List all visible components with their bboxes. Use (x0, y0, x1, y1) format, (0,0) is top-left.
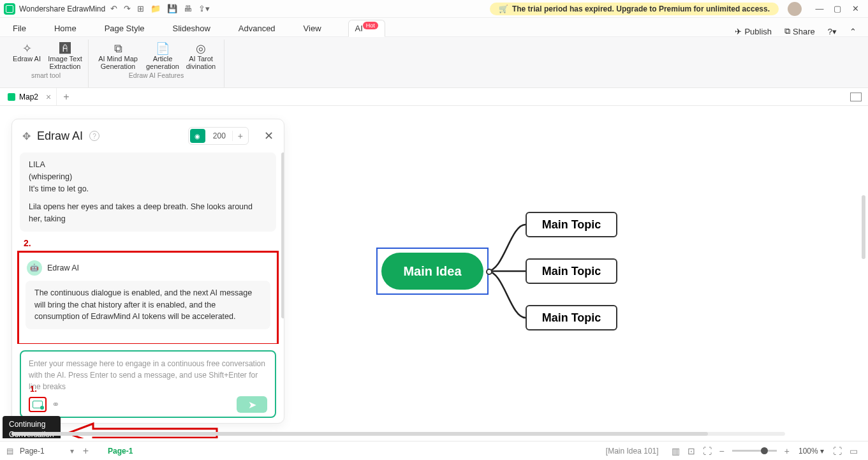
canvas-horizontal-scrollbar[interactable] (11, 432, 785, 436)
topic-node-1[interactable]: Main Topic (526, 212, 617, 237)
add-page-button[interactable]: + (83, 445, 89, 457)
ai-tarot-button[interactable]: ◎ AI Tarotdivination (182, 40, 220, 70)
canvas[interactable]: ✥ Edraw AI ? ◉ 200 + ✕ LILA (whispering)… (0, 106, 868, 438)
trial-text: The trial period has expired. Upgrade to… (512, 4, 770, 13)
zoom-value[interactable]: 100% ▾ (798, 447, 824, 456)
topic-node-2[interactable]: Main Topic (526, 258, 617, 284)
print-icon[interactable]: 🖶 (184, 4, 192, 13)
token-icon: ◉ (190, 129, 205, 143)
edraw-ai-button[interactable]: ✧ Edraw AI (8, 40, 46, 70)
token-value: 200 (207, 131, 232, 140)
mindmap-icon: ⧉ (114, 42, 122, 55)
close-button[interactable]: ✕ (846, 4, 864, 13)
menu-page-style[interactable]: Page Style (103, 20, 146, 36)
help-button[interactable]: ?▾ (828, 27, 837, 36)
ai-input-placeholder: Enter your message here to engage in a c… (29, 358, 267, 392)
token-counter: ◉ 200 + (188, 127, 249, 145)
tarot-icon: ◎ (196, 42, 206, 55)
page-selector[interactable]: Page-1 (20, 447, 45, 456)
user-avatar[interactable] (788, 2, 802, 16)
menu-slideshow[interactable]: Slideshow (172, 20, 212, 36)
node-link-icon[interactable]: ⚭ (52, 399, 60, 410)
close-tab-icon[interactable]: × (46, 92, 51, 102)
hot-badge: Hot (363, 22, 378, 29)
menu-ai[interactable]: AIHot (348, 20, 385, 37)
menu-view[interactable]: View (302, 20, 323, 36)
zoom-out-icon[interactable]: − (719, 446, 725, 456)
dock-icon[interactable]: ▭ (850, 446, 858, 456)
doc-icon (8, 93, 15, 101)
annotation-step-2: 2. (24, 238, 276, 248)
help-icon[interactable]: ? (89, 131, 99, 141)
publish-button[interactable]: ✈ Publish (735, 27, 772, 36)
continuing-conversation-button[interactable] (29, 397, 47, 412)
redo-icon[interactable]: ↷ (124, 4, 131, 13)
svg-marker-0 (68, 424, 217, 438)
trial-banner[interactable]: 🛒 The trial period has expired. Upgrade … (490, 3, 779, 15)
cart-icon: 🛒 (499, 4, 508, 13)
close-panel-icon[interactable]: ✕ (264, 129, 274, 143)
canvas-vertical-scrollbar[interactable] (862, 195, 865, 259)
group-label-ai-features: Edraw AI Features (129, 71, 184, 79)
maximize-button[interactable]: ▢ (828, 4, 846, 13)
ai-input-area[interactable]: Enter your message here to engage in a c… (20, 350, 276, 418)
annotation-step-1: 1. (30, 384, 37, 394)
ai-panel: ✥ Edraw AI ? ◉ 200 + ✕ LILA (whispering)… (11, 119, 284, 424)
collapse-ribbon-icon[interactable]: ⌃ (850, 27, 857, 36)
panel-toggle-button[interactable] (850, 93, 862, 101)
connection-handle[interactable] (486, 269, 492, 275)
ai-message-2: The continuous dialogue is enabled, and … (26, 281, 270, 329)
fit-page-icon[interactable]: ⊡ (688, 446, 695, 456)
panel-scrollbar[interactable] (281, 152, 284, 318)
ai-message-1: LILA (whispering) It's time to let go. L… (20, 152, 276, 232)
document-tab[interactable]: Map2 × (3, 88, 57, 105)
save-icon[interactable]: 💾 (167, 4, 177, 13)
selection-info: [Main Idea 101] (606, 447, 659, 456)
open-icon[interactable]: 📁 (151, 4, 161, 13)
menu-home[interactable]: Home (53, 20, 78, 36)
menu-advanced[interactable]: Advanced (237, 20, 277, 36)
move-icon[interactable]: ✥ (22, 130, 31, 142)
add-tokens-button[interactable]: + (232, 131, 248, 141)
send-button[interactable]: ➤ (237, 396, 267, 413)
page-dropdown-icon[interactable]: ▾ (70, 447, 74, 456)
zoom-slider[interactable] (732, 450, 777, 452)
annotation-highlight-box: 🤖 Edraw AI The continuous dialogue is en… (17, 251, 279, 344)
undo-icon[interactable]: ↶ (110, 4, 117, 13)
active-page-label[interactable]: Page-1 (108, 447, 133, 456)
article-generation-button[interactable]: 📄 Articlegeneration (143, 40, 182, 70)
image-text-icon: 🅰 (59, 42, 71, 55)
ai-panel-title: Edraw AI (37, 130, 83, 143)
app-name: Wondershare EdrawMind (19, 4, 105, 13)
layout-view-icon[interactable]: ▥ (672, 446, 680, 456)
share-button[interactable]: ⧉ Share (784, 26, 815, 36)
outline-view-icon[interactable]: ▤ (6, 447, 13, 456)
fullscreen-icon[interactable]: ⛶ (833, 446, 842, 456)
fit-width-icon[interactable]: ⛶ (703, 446, 712, 456)
ai-sender-name: Edraw AI (47, 263, 79, 272)
image-text-extraction-button[interactable]: 🅰 Image TextExtraction (46, 40, 84, 70)
group-label-smart-tool: smart tool (31, 71, 61, 79)
main-idea-node[interactable]: Main Idea (381, 253, 483, 290)
export-icon[interactable]: ⇪▾ (198, 4, 210, 13)
article-icon: 📄 (156, 42, 170, 55)
status-bar: ▤ Page-1 ▾ + Page-1 [Main Idea 101] ▥ ⊡ … (0, 441, 868, 460)
zoom-in-icon[interactable]: + (784, 446, 790, 456)
topic-node-3[interactable]: Main Topic (526, 305, 617, 330)
ai-avatar-icon: 🤖 (27, 260, 42, 276)
minimize-button[interactable]: — (811, 4, 828, 13)
add-tab-button[interactable]: + (57, 91, 75, 103)
menu-file[interactable]: File (11, 20, 27, 36)
doc-tab-label: Map2 (19, 93, 38, 101)
new-icon[interactable]: ⊞ (137, 4, 144, 13)
sparkle-icon: ✧ (22, 42, 32, 55)
ai-mind-map-button[interactable]: ⧉ AI Mind MapGeneration (92, 40, 143, 70)
app-icon (4, 3, 15, 15)
